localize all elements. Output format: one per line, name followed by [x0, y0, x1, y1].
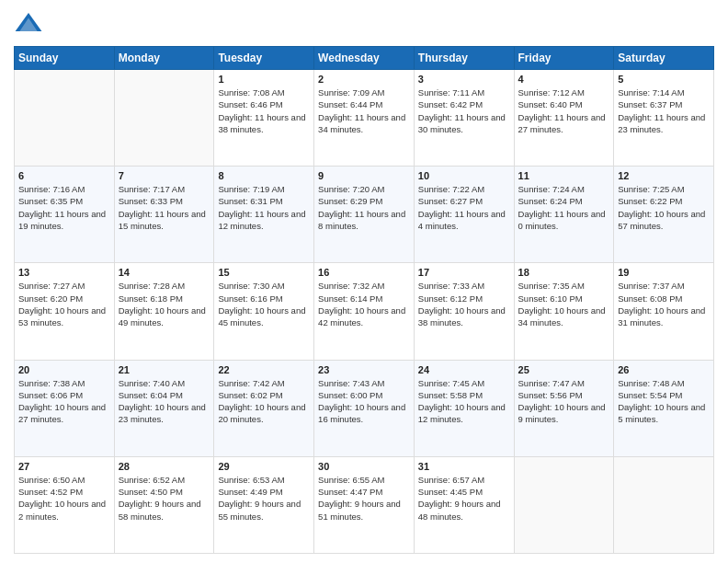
calendar-cell: 21Sunrise: 7:40 AMSunset: 6:04 PMDayligh…	[114, 360, 214, 456]
daylight-text: Daylight: 11 hours and 15 minutes.	[119, 209, 206, 231]
calendar-cell: 30Sunrise: 6:55 AMSunset: 4:47 PMDayligh…	[314, 456, 415, 553]
calendar-cell	[514, 456, 614, 553]
sunset-text: Sunset: 6:22 PM	[618, 196, 682, 206]
calendar-cell	[114, 70, 214, 167]
daylight-text: Daylight: 11 hours and 0 minutes.	[518, 209, 606, 231]
day-header-friday: Friday	[514, 47, 614, 70]
sunrise-text: Sunrise: 6:55 AM	[318, 475, 384, 485]
day-number: 6	[18, 170, 110, 181]
calendar-cell: 18Sunrise: 7:35 AMSunset: 6:10 PMDayligh…	[514, 263, 614, 360]
calendar-cell: 31Sunrise: 6:57 AMSunset: 4:45 PMDayligh…	[414, 456, 514, 553]
cell-content: Sunrise: 6:52 AMSunset: 4:50 PMDaylight:…	[119, 474, 210, 523]
daylight-text: Daylight: 11 hours and 30 minutes.	[418, 112, 506, 134]
calendar-cell: 10Sunrise: 7:22 AMSunset: 6:27 PMDayligh…	[414, 167, 514, 263]
day-number: 14	[119, 267, 210, 278]
cell-content: Sunrise: 7:32 AMSunset: 6:14 PMDaylight:…	[318, 280, 410, 328]
sunrise-text: Sunrise: 6:57 AM	[418, 475, 484, 485]
sunset-text: Sunset: 5:58 PM	[418, 390, 483, 400]
daylight-text: Daylight: 10 hours and 57 minutes.	[618, 209, 705, 231]
calendar-cell: 25Sunrise: 7:47 AMSunset: 5:56 PMDayligh…	[514, 360, 614, 456]
cell-content: Sunrise: 7:14 AMSunset: 6:37 PMDaylight:…	[618, 86, 710, 135]
day-number: 17	[418, 267, 510, 278]
day-number: 10	[418, 170, 510, 181]
sunset-text: Sunset: 6:20 PM	[18, 293, 83, 304]
cell-content: Sunrise: 6:53 AMSunset: 4:49 PMDaylight:…	[218, 474, 310, 523]
sunset-text: Sunset: 6:33 PM	[119, 196, 183, 206]
calendar-cell: 15Sunrise: 7:30 AMSunset: 6:16 PMDayligh…	[214, 263, 314, 360]
day-number: 16	[318, 267, 410, 278]
day-number: 19	[618, 267, 710, 278]
day-number: 23	[318, 364, 410, 375]
day-number: 28	[119, 461, 210, 472]
daylight-text: Daylight: 9 hours and 51 minutes.	[318, 499, 401, 521]
sunrise-text: Sunrise: 7:35 AM	[518, 281, 585, 291]
sunrise-text: Sunrise: 7:14 AM	[618, 87, 684, 98]
sunrise-text: Sunrise: 7:08 AM	[218, 87, 284, 98]
cell-content: Sunrise: 7:42 AMSunset: 6:02 PMDaylight:…	[218, 377, 310, 426]
sunrise-text: Sunrise: 7:28 AM	[119, 281, 185, 291]
header	[14, 9, 714, 39]
day-header-thursday: Thursday	[414, 47, 514, 70]
day-number: 9	[318, 170, 410, 181]
daylight-text: Daylight: 11 hours and 8 minutes.	[318, 209, 405, 231]
sunset-text: Sunset: 4:47 PM	[318, 487, 382, 497]
day-number: 15	[218, 267, 310, 278]
daylight-text: Daylight: 10 hours and 31 minutes.	[618, 305, 705, 327]
daylight-text: Daylight: 10 hours and 53 minutes.	[18, 305, 106, 327]
calendar-cell: 27Sunrise: 6:50 AMSunset: 4:52 PMDayligh…	[15, 456, 115, 553]
calendar-cell: 1Sunrise: 7:08 AMSunset: 6:46 PMDaylight…	[214, 70, 314, 167]
sunrise-text: Sunrise: 7:38 AM	[18, 378, 85, 388]
sunrise-text: Sunrise: 7:16 AM	[18, 184, 85, 194]
cell-content: Sunrise: 7:20 AMSunset: 6:29 PMDaylight:…	[318, 183, 410, 232]
day-number: 1	[218, 74, 310, 85]
daylight-text: Daylight: 10 hours and 38 minutes.	[418, 305, 506, 327]
sunrise-text: Sunrise: 7:12 AM	[518, 87, 585, 98]
daylight-text: Daylight: 11 hours and 4 minutes.	[418, 209, 506, 231]
day-header-monday: Monday	[114, 47, 214, 70]
calendar-cell: 11Sunrise: 7:24 AMSunset: 6:24 PMDayligh…	[514, 167, 614, 263]
cell-content: Sunrise: 7:47 AMSunset: 5:56 PMDaylight:…	[518, 377, 610, 426]
week-row-4: 20Sunrise: 7:38 AMSunset: 6:06 PMDayligh…	[15, 360, 714, 456]
daylight-text: Daylight: 11 hours and 23 minutes.	[618, 112, 705, 134]
sunset-text: Sunset: 6:18 PM	[119, 293, 183, 304]
sunrise-text: Sunrise: 7:24 AM	[518, 184, 585, 194]
cell-content: Sunrise: 7:28 AMSunset: 6:18 PMDaylight:…	[119, 280, 210, 328]
cell-content: Sunrise: 7:12 AMSunset: 6:40 PMDaylight:…	[518, 86, 610, 135]
daylight-text: Daylight: 10 hours and 2 minutes.	[18, 499, 106, 521]
daylight-text: Daylight: 9 hours and 58 minutes.	[119, 499, 201, 521]
calendar-cell: 13Sunrise: 7:27 AMSunset: 6:20 PMDayligh…	[15, 263, 115, 360]
sunrise-text: Sunrise: 7:37 AM	[618, 281, 684, 291]
sunset-text: Sunset: 6:35 PM	[18, 196, 83, 206]
sunrise-text: Sunrise: 6:52 AM	[119, 475, 185, 485]
calendar-cell: 14Sunrise: 7:28 AMSunset: 6:18 PMDayligh…	[114, 263, 214, 360]
day-number: 26	[618, 364, 710, 375]
day-number: 7	[119, 170, 210, 181]
calendar-cell: 23Sunrise: 7:43 AMSunset: 6:00 PMDayligh…	[314, 360, 415, 456]
cell-content: Sunrise: 7:22 AMSunset: 6:27 PMDaylight:…	[418, 183, 510, 232]
day-number: 20	[18, 364, 110, 375]
day-number: 8	[218, 170, 310, 181]
sunrise-text: Sunrise: 7:09 AM	[318, 87, 384, 98]
day-header-wednesday: Wednesday	[314, 47, 415, 70]
sunset-text: Sunset: 4:45 PM	[418, 487, 483, 497]
daylight-text: Daylight: 10 hours and 16 minutes.	[318, 402, 405, 424]
daylight-text: Daylight: 10 hours and 42 minutes.	[318, 305, 405, 327]
day-number: 2	[318, 74, 410, 85]
sunset-text: Sunset: 5:54 PM	[618, 390, 682, 400]
sunset-text: Sunset: 6:14 PM	[318, 293, 382, 304]
cell-content: Sunrise: 6:50 AMSunset: 4:52 PMDaylight:…	[18, 474, 110, 523]
calendar-cell: 24Sunrise: 7:45 AMSunset: 5:58 PMDayligh…	[414, 360, 514, 456]
calendar-cell: 16Sunrise: 7:32 AMSunset: 6:14 PMDayligh…	[314, 263, 415, 360]
sunset-text: Sunset: 6:31 PM	[218, 196, 282, 206]
sunset-text: Sunset: 6:12 PM	[418, 293, 483, 304]
day-number: 24	[418, 364, 510, 375]
sunset-text: Sunset: 6:00 PM	[318, 390, 382, 400]
sunrise-text: Sunrise: 7:11 AM	[418, 87, 484, 98]
sunset-text: Sunset: 6:46 PM	[218, 99, 282, 109]
daylight-text: Daylight: 10 hours and 34 minutes.	[518, 305, 606, 327]
sunrise-text: Sunrise: 7:27 AM	[18, 281, 85, 291]
daylight-text: Daylight: 10 hours and 27 minutes.	[18, 402, 106, 424]
day-number: 31	[418, 461, 510, 472]
sunrise-text: Sunrise: 7:45 AM	[418, 378, 484, 388]
cell-content: Sunrise: 7:43 AMSunset: 6:00 PMDaylight:…	[318, 377, 410, 426]
